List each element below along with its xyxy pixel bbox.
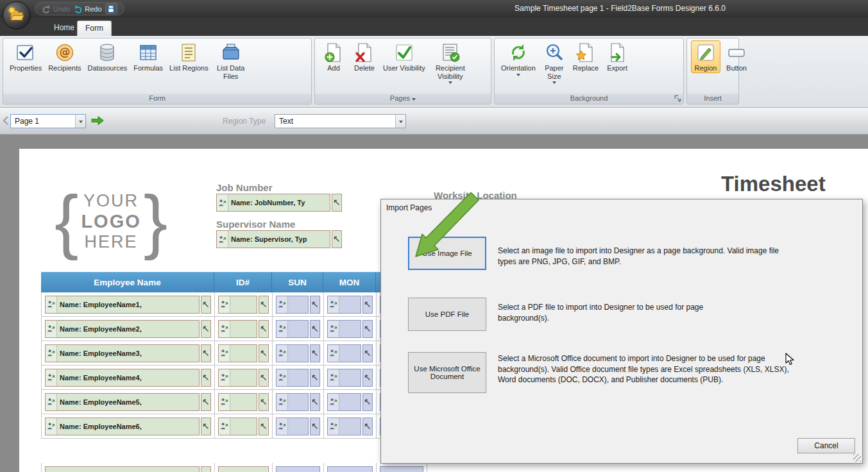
page-select[interactable]: Page 1 <box>10 114 86 128</box>
id-region[interactable] <box>218 320 269 338</box>
sun-region[interactable] <box>276 320 320 338</box>
ribbon-group-insert: Region Button Insert <box>686 38 739 105</box>
region-resize-icon[interactable] <box>259 296 269 314</box>
employee-name-region[interactable]: Name: EmployeeName6, <box>45 417 211 435</box>
employee-name-region[interactable]: Name: EmployeeName4, <box>45 369 211 387</box>
employee-region-label: Name: EmployeeName1, <box>57 301 144 308</box>
region-resize-icon[interactable] <box>201 466 211 472</box>
region-resize-icon[interactable] <box>259 393 269 411</box>
list-regions-button[interactable]: List Regions <box>167 40 211 73</box>
previous-page-icon[interactable] <box>3 116 9 125</box>
mon-region[interactable] <box>327 344 373 362</box>
add-page-label: Add <box>327 64 340 72</box>
region-person-icon <box>328 418 339 435</box>
mon-region[interactable] <box>327 393 373 411</box>
region-resize-icon[interactable] <box>201 417 211 435</box>
region-resize-icon[interactable] <box>201 296 211 314</box>
region-resize-icon[interactable] <box>201 344 211 362</box>
region-resize-icon[interactable] <box>201 369 211 387</box>
page-select-dropdown-icon[interactable] <box>75 115 85 128</box>
sun-region[interactable] <box>276 369 320 387</box>
save-button[interactable] <box>105 3 117 14</box>
datasources-button[interactable]: Datasources <box>85 40 130 73</box>
job-number-region[interactable]: Name: JobNumber, Ty <box>216 194 342 212</box>
id-region[interactable] <box>218 466 269 472</box>
employee-name-region[interactable]: Name: EmployeeName2, <box>45 320 211 338</box>
region-resize-icon[interactable] <box>362 344 373 362</box>
employee-region-label: Name: EmployeeName4, <box>57 374 144 382</box>
region-resize-icon[interactable] <box>362 417 373 435</box>
mon-region[interactable] <box>327 369 373 387</box>
use-pdf-file-button[interactable]: Use PDF File <box>408 298 486 331</box>
delete-page-button[interactable]: Delete <box>350 40 379 73</box>
formulas-button[interactable]: Formulas <box>131 40 166 73</box>
next-page-icon[interactable] <box>91 115 104 126</box>
tab-form[interactable]: Form <box>77 21 112 36</box>
formulas-icon <box>138 42 158 63</box>
id-region[interactable] <box>218 393 269 411</box>
mon-region[interactable] <box>327 296 373 314</box>
list-data-files-button[interactable]: List Data Files <box>212 40 250 81</box>
region-resize-icon[interactable] <box>310 296 320 314</box>
region-resize-icon[interactable] <box>362 393 373 411</box>
region-resize-icon[interactable] <box>310 344 320 362</box>
background-dialog-launcher-icon[interactable] <box>674 95 682 103</box>
mon-region[interactable] <box>327 417 373 435</box>
insert-region-button[interactable]: Region <box>691 40 720 73</box>
day-region[interactable] <box>380 466 423 472</box>
region-resize-icon[interactable] <box>259 320 269 338</box>
sun-region[interactable] <box>276 393 320 411</box>
orientation-button[interactable]: Orientation <box>498 40 538 77</box>
region-resize-icon[interactable] <box>201 393 211 411</box>
insert-button-button[interactable]: Button <box>722 40 751 73</box>
region-resize-icon[interactable] <box>259 344 269 362</box>
region-person-icon <box>217 194 228 211</box>
redo-button[interactable]: Redo <box>73 4 101 13</box>
resize-grip[interactable] <box>853 454 861 462</box>
sun-region[interactable] <box>276 417 320 435</box>
mon-region[interactable] <box>327 466 373 472</box>
mon-region[interactable] <box>327 320 373 338</box>
region-resize-icon[interactable] <box>259 417 269 435</box>
paper-size-button[interactable]: Paper Size <box>540 40 569 85</box>
use-office-document-button[interactable]: Use Microsoft Office Document <box>408 352 486 393</box>
id-region[interactable] <box>218 417 269 435</box>
region-resize-icon[interactable] <box>310 393 320 411</box>
employee-name-region[interactable]: Name: EmployeeName1, <box>45 296 211 314</box>
employee-cell: Name: EmployeeName5, <box>41 390 214 414</box>
region-resize-icon[interactable] <box>201 320 211 338</box>
region-resize-icon[interactable] <box>310 320 320 338</box>
mon-cell <box>323 463 376 472</box>
recipients-button[interactable]: Recipients <box>46 40 83 73</box>
user-visibility-button[interactable]: User Visibility <box>380 40 428 73</box>
region-resize-icon[interactable] <box>362 296 373 314</box>
region-resize-icon[interactable] <box>362 369 373 387</box>
id-region[interactable] <box>218 369 269 387</box>
undo-button[interactable]: Undo <box>42 4 70 13</box>
region-resize-icon[interactable] <box>332 230 342 248</box>
sun-region[interactable] <box>276 344 320 362</box>
id-region[interactable] <box>218 296 269 314</box>
region-type-select[interactable]: Text <box>275 114 406 128</box>
region-resize-icon[interactable] <box>259 369 269 387</box>
employee-name-region[interactable] <box>45 466 211 472</box>
replace-background-button[interactable]: Replace <box>570 40 601 73</box>
application-menu-button[interactable] <box>3 1 31 30</box>
supervisor-region[interactable]: Name: Supervisor, Typ <box>216 230 342 248</box>
add-page-button[interactable]: Add <box>319 40 348 73</box>
export-background-button[interactable]: Export <box>602 40 632 73</box>
region-resize-icon[interactable] <box>362 320 373 338</box>
properties-button[interactable]: Properties <box>7 40 44 73</box>
employee-name-region[interactable]: Name: EmployeeName3, <box>45 344 211 362</box>
cancel-button[interactable]: Cancel <box>797 438 855 453</box>
recipient-visibility-dropdown-icon <box>448 81 452 84</box>
region-resize-icon[interactable] <box>310 369 320 387</box>
region-type-dropdown-icon[interactable] <box>395 115 405 128</box>
sun-region[interactable] <box>276 466 320 472</box>
sun-region[interactable] <box>276 296 320 314</box>
region-resize-icon[interactable] <box>332 194 342 212</box>
employee-name-region[interactable]: Name: EmployeeName5, <box>45 393 211 411</box>
region-resize-icon[interactable] <box>310 417 320 435</box>
id-region[interactable] <box>218 344 269 362</box>
recipient-visibility-button[interactable]: Recipient Visibility <box>429 40 472 85</box>
